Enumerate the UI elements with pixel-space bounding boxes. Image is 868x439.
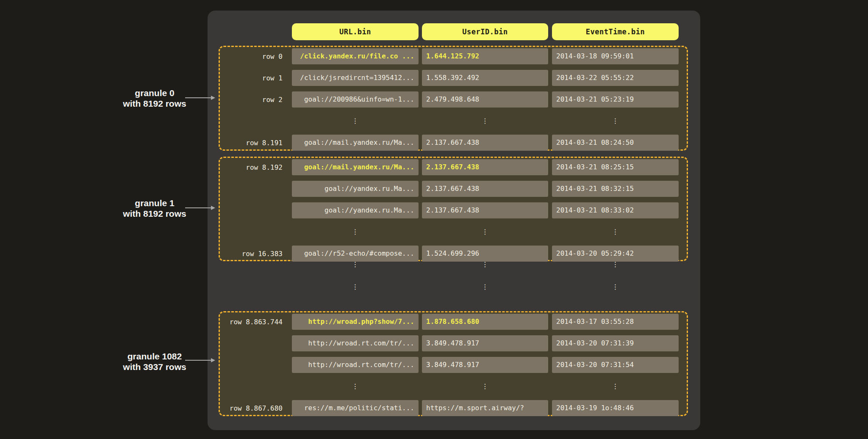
vertical-ellipsis-icon: ⋮ — [552, 224, 679, 240]
userid-cell: 2.137.667.438 — [422, 159, 548, 175]
vertical-ellipsis-icon: ⋮ — [292, 257, 419, 273]
url-cell: goal://mail.yandex.ru/Ma... — [292, 135, 419, 151]
table-row: http://wroad.rt.com/tr/... 3.849.478.917… — [220, 335, 687, 351]
url-cell: http://wroad.rt.com/tr/... — [292, 357, 419, 373]
table-row: http://wroad.rt.com/tr/... 3.849.478.917… — [220, 357, 687, 373]
eventtime-cell: 2014-03-21 05:23:19 — [552, 91, 679, 108]
eventtime-cell: 2014-03-19 1o:48:46 — [552, 400, 679, 416]
vertical-ellipsis-icon: ⋮ — [552, 279, 679, 295]
row-label: row 8.863.744 — [220, 318, 292, 326]
eventtime-cell: 2014-03-17 03:55:28 — [552, 314, 679, 330]
vertical-ellipsis-icon: ⋮ — [292, 113, 419, 129]
row-label: row 2 — [220, 96, 292, 104]
table-row: row 0 /click.yandex.ru/file.co ... 1.644… — [220, 48, 687, 64]
granule-1082-pointer-arrow-icon — [185, 360, 211, 361]
granule-1-box: row 8.192 goal://mail.yandex.ru/Ma... 2.… — [219, 157, 688, 261]
ellipsis-row: ⋮ ⋮ ⋮ — [220, 224, 687, 240]
column-header-eventtime-bin: EventTime.bin — [552, 23, 679, 40]
eventtime-cell: 2014-03-21 08:25:15 — [552, 159, 679, 175]
url-cell: goal://yandex.ru.Ma... — [292, 181, 419, 197]
userid-cell: 2.137.667.438 — [422, 202, 548, 218]
ellipsis-row: ⋮ ⋮ ⋮ — [220, 279, 687, 295]
url-cell: /click/jsredircnt=1395412... — [292, 70, 419, 86]
vertical-ellipsis-icon: ⋮ — [422, 113, 548, 129]
granule-1082-label: granule 1082 with 3937 rows — [108, 351, 201, 372]
granule-0-label: granule 0 with 8192 rows — [108, 88, 201, 109]
url-cell: goal://yandex.ru.Ma... — [292, 202, 419, 218]
url-cell: /click.yandex.ru/file.co ... — [292, 48, 419, 64]
row-label: row 1 — [220, 74, 292, 82]
url-cell: goal://mail.yandex.ru/Ma... — [292, 159, 419, 175]
table-row: row 2 goal://200986&uinfo=wn-1... 2.479.… — [220, 91, 687, 108]
row-label: row 0 — [220, 52, 292, 61]
url-cell: http://wroad.rt.com/tr/... — [292, 335, 419, 351]
row-label: row 8.867.680 — [220, 404, 292, 412]
eventtime-cell: 2014-03-22 05:55:22 — [552, 70, 679, 86]
granule-1082-box: row 8.863.744 http://wroad.php?show/7...… — [219, 311, 688, 416]
vertical-ellipsis-icon: ⋮ — [422, 224, 548, 240]
eventtime-cell: 2014-03-20 07:31:54 — [552, 357, 679, 373]
eventtime-cell: 2014-03-20 07:31:39 — [552, 335, 679, 351]
eventtime-cell: 2014-03-21 08:24:50 — [552, 135, 679, 151]
vertical-ellipsis-icon: ⋮ — [292, 279, 419, 295]
column-header-url-bin: URL.bin — [292, 23, 419, 40]
table-row: row 1 /click/jsredircnt=1395412... 1.558… — [220, 70, 687, 86]
url-cell: res://m.me/politic/stati... — [292, 400, 419, 416]
url-cell: http://wroad.php?show/7... — [292, 314, 419, 330]
eventtime-cell: 2014-03-21 08:32:15 — [552, 181, 679, 197]
row-label: row 8.192 — [220, 163, 292, 171]
table-row: row 8.192 goal://mail.yandex.ru/Ma... 2.… — [220, 159, 687, 175]
vertical-ellipsis-icon: ⋮ — [552, 378, 679, 395]
diagram-canvas: URL.bin UserID.bin EventTime.bin row 0 /… — [0, 0, 868, 439]
granule-label-line1: granule 0 — [108, 88, 201, 98]
vertical-ellipsis-icon: ⋮ — [292, 224, 419, 240]
userid-cell: 1.558.392.492 — [422, 70, 548, 86]
userid-cell: 2.137.667.438 — [422, 181, 548, 197]
table-row: goal://yandex.ru.Ma... 2.137.667.438 201… — [220, 181, 687, 197]
userid-cell: 2.479.498.648 — [422, 91, 548, 108]
ellipsis-row: ⋮ ⋮ ⋮ — [220, 257, 687, 273]
granule-label-line2: with 8192 rows — [108, 208, 201, 219]
granule-0-box: row 0 /click.yandex.ru/file.co ... 1.644… — [219, 46, 688, 151]
userid-cell: 1.644.125.792 — [422, 48, 548, 64]
granule-0-pointer-arrow-icon — [185, 97, 211, 98]
granule-1-label: granule 1 with 8192 rows — [108, 198, 201, 219]
eventtime-cell: 2014-03-21 08:33:02 — [552, 202, 679, 218]
vertical-ellipsis-icon: ⋮ — [292, 378, 419, 395]
url-cell: goal://200986&uinfo=wn-1... — [292, 91, 419, 108]
vertical-ellipsis-icon: ⋮ — [422, 257, 548, 273]
ellipsis-row: ⋮ ⋮ ⋮ — [220, 378, 687, 395]
userid-cell: 2.137.667.438 — [422, 135, 548, 151]
userid-cell: 1.878.658.680 — [422, 314, 548, 330]
table-row: row 8.867.680 res://m.me/politic/stati..… — [220, 400, 687, 416]
column-header-userid-bin: UserID.bin — [422, 23, 548, 40]
userid-cell: 3.849.478.917 — [422, 357, 548, 373]
vertical-ellipsis-icon: ⋮ — [552, 113, 679, 129]
vertical-ellipsis-icon: ⋮ — [422, 279, 548, 295]
vertical-ellipsis-icon: ⋮ — [552, 257, 679, 273]
granule-label-line1: granule 1 — [108, 198, 201, 208]
granule-1-pointer-arrow-icon — [185, 207, 211, 208]
granule-label-line2: with 3937 rows — [108, 362, 201, 372]
table-row: goal://yandex.ru.Ma... 2.137.667.438 201… — [220, 202, 687, 218]
userid-cell: 3.849.478.917 — [422, 335, 548, 351]
vertical-ellipsis-icon: ⋮ — [422, 378, 548, 395]
ellipsis-row: ⋮ ⋮ ⋮ — [220, 113, 687, 129]
granule-label-line2: with 8192 rows — [108, 98, 201, 109]
eventtime-cell: 2014-03-18 09:59:01 — [552, 48, 679, 64]
table-row: row 8.191 goal://mail.yandex.ru/Ma... 2.… — [220, 135, 687, 151]
table-row: row 8.863.744 http://wroad.php?show/7...… — [220, 314, 687, 330]
userid-cell: https://m.sport.airway/? — [422, 400, 548, 416]
row-label: row 8.191 — [220, 139, 292, 147]
